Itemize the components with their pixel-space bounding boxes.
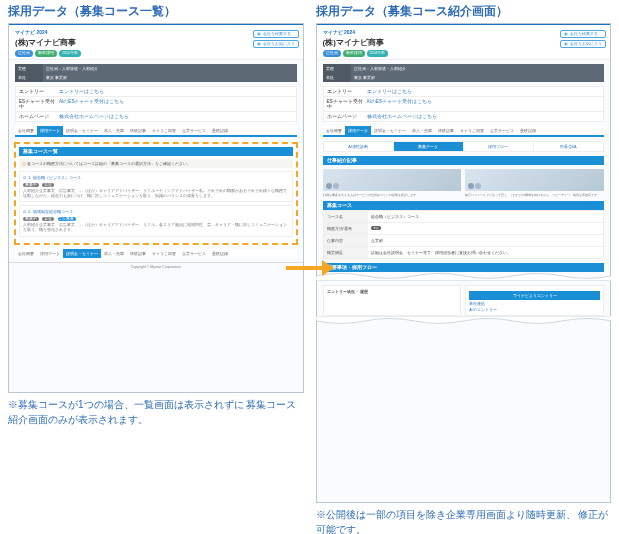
tab-history[interactable]: 受験記録 <box>209 126 231 135</box>
course-detail-table: コース名総合職（ビジネス）コース 職務方法/選考未定 仕事内容企業部 職業補足詳… <box>323 210 605 259</box>
tab-seniors[interactable]: 求人・先輩 <box>101 126 127 135</box>
photo-1 <box>323 169 462 191</box>
pill-3: 2024年卒 <box>59 50 81 57</box>
photo-2 <box>465 169 604 191</box>
header-button-search[interactable]: 会社を検索する <box>560 30 606 38</box>
subtab-recruit[interactable]: 募集データ <box>394 142 464 151</box>
course-notice: 各コースの職種方法についてはコース詳細の「募集コースの選択方法」をご確認ください… <box>19 159 293 168</box>
quick-links: エントリーエントリーはこちら ESチャート受付中AIのESチャート受付はこちら … <box>15 86 297 122</box>
right-screen-title: 採用データ（募集コース紹介画面） <box>316 4 612 19</box>
homepage-link[interactable]: 株式会社ホームページはこちら <box>59 114 129 119</box>
status-pills: 正社員 新卒採用 2024年卒 <box>15 50 297 57</box>
torn-edge-top <box>317 272 611 281</box>
sub-tabs: AI適性診断 募集データ 採用フロー 特長Q&A <box>323 141 605 152</box>
entry-status-label: エントリー状況・ 履歴 <box>327 289 458 294</box>
course-list-heading: 募集コース一覧 <box>19 147 293 156</box>
right-screenshot: マイナビ 2024 (株)マイナビ商事 正社員 新卒採用 2024年卒 会社を検… <box>316 23 612 503</box>
course-item-1[interactable]: 1. 総合職（ビジネス）コース 募集中 未定 人材紹介企業事業、広告事業、…（ほ… <box>19 171 293 202</box>
left-footnote: ※募集コースが1つの場合、一覧画面は表示されずに 募集コース紹介画面のみが表示さ… <box>8 398 304 427</box>
tab-qa[interactable]: キャリこ回答 <box>149 126 179 135</box>
entry-boxes: エントリー状況・ 履歴 マイナビよりエントリー 来社連絡 AIのエントリー <box>323 285 605 316</box>
photo-row <box>323 169 605 191</box>
course-item-2[interactable]: 2. 地域限定総合職コース 募集中 未定 2次募集 人材紹介企業事業、広告事業、… <box>19 205 293 236</box>
torn-edge-bottom <box>317 316 611 325</box>
left-screen-title: 採用データ（募集コース一覧） <box>8 4 304 19</box>
course-heading: 募集コース <box>323 201 605 210</box>
tab-overview[interactable]: 会社概要 <box>15 126 37 135</box>
company-summary: 業種正社員：人材派遣・人材紹介 本社東京 事業部 <box>15 64 297 82</box>
header: マイナビ 2024 (株)マイナビ商事 正社員 新卒採用 2024年卒 会社を検… <box>9 25 303 60</box>
pill-2: 新卒採用 <box>35 50 57 57</box>
subtab-ai[interactable]: AI適性診断 <box>324 142 394 151</box>
photo-caption-1: 好調な事業を支える人材サービスの仕組みづくりの業務を紹介します。 <box>323 193 462 197</box>
arrow-icon <box>286 260 334 276</box>
header-button-favorite[interactable]: 会社をお気に入り <box>253 40 299 48</box>
left-screenshot: マイナビ 2024 (株)マイナビ商事 正社員 新卒採用 2024年卒 会社を検… <box>8 23 304 393</box>
header-button-search[interactable]: 会社を検索する <box>253 30 299 38</box>
right-footnote: ※公開後は一部の項目を除き企業専用画面より随時更新、 修正が可能です。 <box>316 508 612 534</box>
main-tabs: 会社概要 採用データ 説明会・セミナー 求人・先輩 体験記事 キャリこ回答 企業… <box>15 126 297 137</box>
pill-1: 正社員 <box>15 50 33 57</box>
footer: Copyright © Mynavi Corporation <box>9 262 303 269</box>
header-button-favorite[interactable]: 会社をお気に入り <box>560 40 606 48</box>
subtab-qa[interactable]: 特長Q&A <box>534 142 603 151</box>
tab-seminar[interactable]: 説明会・セミナー <box>63 126 101 135</box>
tab-experience[interactable]: 体験記事 <box>127 126 149 135</box>
photo-caption-2: 幅広いフィールドになって頂く、これだけの職種を知れるから。スピーディー、明気な雰… <box>465 193 604 197</box>
entry-link-1[interactable]: 来社連絡 <box>469 302 600 306</box>
course-list-highlight: 募集コース一覧 各コースの職種方法についてはコース詳細の「募集コースの選択方法」… <box>14 142 298 245</box>
work-heading: 仕事紹介記事 <box>323 156 605 165</box>
bottom-tabs: 会社概要 採用データ 説明会・セミナー 求人・先輩 体験記事 キャリこ回答 企業… <box>15 249 297 258</box>
entry-link[interactable]: エントリーはこちら <box>59 89 104 94</box>
subtab-flow[interactable]: 採用フロー <box>464 142 534 151</box>
tab-service[interactable]: 企業サービス <box>179 126 209 135</box>
es-link[interactable]: AIのESチャート受付はこちら <box>59 99 124 109</box>
entry-link-2[interactable]: AIのエントリー <box>469 308 600 312</box>
tab-recruit-data[interactable]: 採用データ <box>37 126 63 135</box>
entry-button[interactable]: マイナビよりエントリー <box>469 291 600 300</box>
